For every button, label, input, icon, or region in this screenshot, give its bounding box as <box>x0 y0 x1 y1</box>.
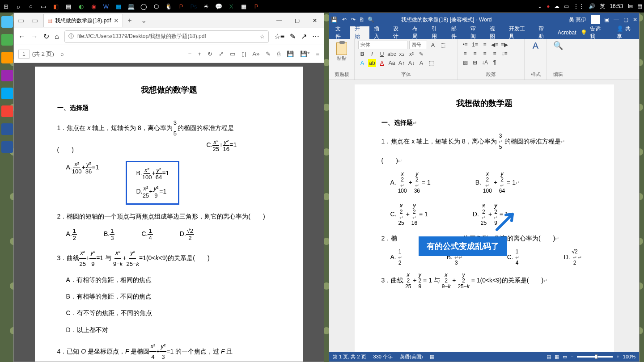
qq-icon[interactable]: 🐧 <box>165 2 173 10</box>
desktop-icon[interactable] <box>1 52 13 63</box>
paste-button[interactable]: 粘贴 <box>333 41 351 63</box>
tray-battery-icon[interactable]: ▭ <box>564 3 569 9</box>
text-button[interactable]: A» <box>252 51 259 57</box>
save-as-button[interactable]: 💾* <box>300 51 309 57</box>
task-view-icon[interactable]: ▭ <box>39 2 47 10</box>
app-icon[interactable]: ⬡ <box>152 2 160 10</box>
favorites-icon[interactable]: ☆≡ <box>274 32 284 41</box>
save-icon[interactable]: 💾 <box>331 17 338 23</box>
app-icon[interactable]: ▤ <box>64 2 72 10</box>
subscript-button[interactable]: x₂ <box>398 50 406 58</box>
word-app-icon[interactable]: W <box>102 2 110 10</box>
app-icon[interactable]: ☀ <box>202 2 210 10</box>
zoom-slider[interactable] <box>577 356 613 358</box>
enclose-button[interactable]: ⬚ <box>427 59 435 67</box>
page-number-input[interactable]: 1 <box>18 50 30 59</box>
desktop-icon[interactable] <box>1 123 13 135</box>
align-right-button[interactable]: ≡ <box>481 50 489 58</box>
justify-button[interactable]: ≡ <box>491 50 499 58</box>
tab-help[interactable]: 帮助 <box>534 26 553 39</box>
shrink-font-button[interactable]: A↓ <box>407 59 415 67</box>
read-aloud-button[interactable]: ▯| <box>242 51 246 57</box>
desktop-icon[interactable] <box>1 141 13 153</box>
home-button[interactable]: ⌂ <box>55 33 59 41</box>
save-button[interactable]: 💾 <box>287 51 294 57</box>
draw-button[interactable]: ✎ <box>266 51 271 57</box>
strikethrough-button[interactable]: abc <box>388 50 396 58</box>
minimize-button[interactable]: — <box>270 17 288 24</box>
tab-design[interactable]: 设计 <box>389 26 408 39</box>
font-color-button[interactable]: A <box>378 59 386 67</box>
tab-developer[interactable]: 开发工具 <box>504 26 534 39</box>
tray-icon[interactable]: Iм <box>627 3 633 9</box>
zoom-out-button[interactable]: − <box>188 51 192 57</box>
tab-layout[interactable]: 布局 <box>408 26 427 39</box>
sort-button[interactable]: ↓A <box>481 59 489 67</box>
app-icon[interactable]: ◧ <box>52 2 60 10</box>
underline-button[interactable]: U <box>378 50 386 58</box>
chrome-icon[interactable]: ◯ <box>140 2 148 10</box>
tab-acrobat[interactable]: Acrobat <box>553 26 580 39</box>
browser-tab[interactable]: ▤ 我想做的数学题(18).pdf ✕ <box>43 14 123 27</box>
qat-icon[interactable]: ⎘ <box>360 17 363 23</box>
grow-font-button[interactable]: A↑ <box>398 59 406 67</box>
desktop-icon[interactable] <box>1 88 13 99</box>
tell-me-input[interactable]: 告诉我 <box>590 25 605 40</box>
share-button[interactable]: 👤 共享 <box>617 25 635 40</box>
bold-button[interactable]: B <box>358 50 366 58</box>
rotate-button[interactable]: ↻ <box>208 51 212 57</box>
find-button[interactable]: 🔍 <box>553 41 563 51</box>
zoom-level[interactable]: 100% <box>623 354 636 359</box>
highlight-button[interactable]: ab <box>368 59 376 67</box>
page-view-button[interactable]: ▭ <box>230 51 235 57</box>
align-center-button[interactable]: ≡ <box>471 50 479 58</box>
align-left-button[interactable]: ≡ <box>461 50 469 58</box>
desktop-icon[interactable] <box>1 105 13 117</box>
qat-icon[interactable]: 🔍 <box>368 17 374 23</box>
desktop-icon[interactable] <box>1 70 13 81</box>
view-mode-button[interactable]: ▭ <box>563 354 567 360</box>
new-tab-button[interactable]: + <box>123 17 136 25</box>
action-center-icon[interactable]: ▤ <box>637 3 642 9</box>
increase-indent-button[interactable]: ≡▶ <box>500 41 508 49</box>
styles-button[interactable]: A <box>533 41 538 51</box>
collections-icon[interactable]: ✎ <box>290 32 296 41</box>
text-effects-button[interactable]: ✎ <box>417 50 425 58</box>
star-icon[interactable]: ☆ <box>260 34 265 40</box>
redo-icon[interactable]: ↷ <box>351 17 356 23</box>
desktop-icon[interactable] <box>1 34 13 46</box>
back-button[interactable]: ← <box>18 33 25 41</box>
language-indicator[interactable]: 英语(美国) <box>400 354 423 360</box>
tab-view[interactable]: 视图 <box>485 26 504 39</box>
app-icon[interactable]: ▦ <box>114 2 123 10</box>
font-name-select[interactable]: 宋体 <box>358 41 407 49</box>
font-color-button[interactable]: A <box>358 59 366 67</box>
decrease-indent-button[interactable]: ◀≡ <box>491 41 499 49</box>
tab-mailings[interactable]: 邮件 <box>447 26 466 39</box>
minimize-button[interactable]: — <box>614 17 619 23</box>
close-button[interactable]: ✕ <box>306 17 324 24</box>
menu-icon[interactable]: ⋯ <box>312 32 319 41</box>
tab-review[interactable]: 审阅 <box>466 26 485 39</box>
word-count[interactable]: 330 个字 <box>373 354 393 360</box>
app-icon[interactable]: P <box>252 2 260 10</box>
tray-wifi-icon[interactable]: ⋮⋮ <box>573 3 584 9</box>
print-button[interactable]: ⎙ <box>277 51 280 57</box>
zoom-out-button[interactable]: − <box>571 354 573 359</box>
tab-actions-icon[interactable]: ▭ <box>28 16 42 25</box>
borders-button[interactable]: ⊞ <box>471 59 479 67</box>
more-button[interactable]: ≡ <box>316 51 319 57</box>
shading-button[interactable]: ▨ <box>461 59 469 67</box>
app-icon[interactable]: ◉ <box>89 2 97 10</box>
change-case-button[interactable]: Aa <box>388 59 396 67</box>
tab-references[interactable]: 引用 <box>427 26 446 39</box>
start-button[interactable]: ⊞ <box>2 2 10 10</box>
ime-indicator[interactable]: 英 <box>600 3 605 10</box>
tray-volume-icon[interactable]: 🔊 <box>589 3 595 9</box>
tab-actions-icon[interactable]: ▭ <box>14 16 28 25</box>
excel-icon[interactable]: X <box>227 2 235 10</box>
tab-overflow-icon[interactable]: ⌄ <box>136 16 151 25</box>
app-icon[interactable]: ◐ <box>77 2 85 10</box>
font-size-select[interactable]: 四号 <box>409 41 427 49</box>
macro-indicator[interactable]: ▦ <box>430 354 434 360</box>
